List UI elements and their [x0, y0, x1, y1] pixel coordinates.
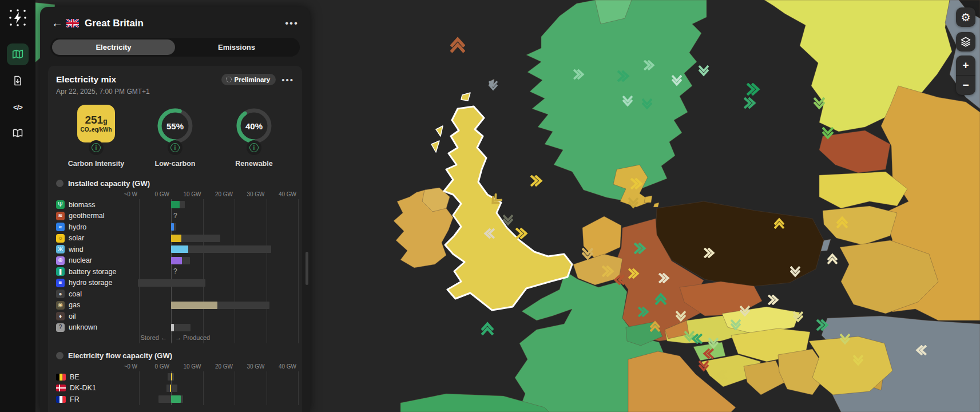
chart-axis: ~0 W0 GW10 GW20 GW30 GW40 GW	[56, 363, 294, 371]
book-icon	[12, 128, 23, 139]
layers-icon	[960, 36, 971, 47]
sidebar-item-map[interactable]	[7, 43, 29, 65]
info-icon[interactable]: i	[89, 140, 104, 155]
wind-icon: Ж	[56, 245, 65, 253]
installed-capacity-toggle[interactable]	[56, 180, 64, 187]
capacity-row-unknown[interactable]: ? unknown	[56, 322, 294, 334]
gas-icon: ◉	[56, 301, 65, 310]
back-button[interactable]: ←	[51, 17, 66, 30]
zone-menu-button[interactable]: •••	[284, 18, 300, 29]
capacity-row-geothermal[interactable]: ≋ geothermal?	[56, 211, 294, 222]
sidebar-item-docs[interactable]	[7, 122, 29, 144]
zone-title: Great Britain	[85, 18, 284, 29]
app-sidebar: </>	[0, 0, 35, 412]
sidebar-item-datasets[interactable]	[7, 70, 29, 92]
installed-capacity-section: Installed capacity (GW)	[56, 179, 294, 188]
map-zoom-control: + −	[956, 56, 975, 95]
tab-electricity[interactable]: Electricity	[52, 39, 175, 55]
uk-flag-icon	[66, 19, 79, 27]
gear-icon: ⚙	[961, 11, 970, 24]
BE-flag-icon	[56, 374, 66, 381]
flow-row-BE[interactable]: BE	[56, 371, 294, 383]
electricity-maps-logo[interactable]	[7, 7, 29, 29]
hydro-storage-icon: ≡	[56, 279, 65, 287]
flow-capacity-section: Electricity flow capacity (GW)	[56, 351, 294, 360]
capacity-row-hydro[interactable]: ≈ hydro	[56, 221, 294, 233]
unknown-icon: ?	[56, 323, 65, 332]
info-icon[interactable]: i	[168, 140, 182, 155]
zoom-in-button[interactable]: +	[956, 56, 975, 75]
capacity-row-wind[interactable]: Ж wind	[56, 244, 294, 255]
metric-label: Renewable	[235, 160, 272, 168]
production-bar	[171, 257, 182, 264]
flow-range-bar	[166, 385, 177, 392]
flow-row-DK-DK1[interactable]: DK-DK1	[56, 383, 294, 394]
map-layers-button[interactable]	[956, 32, 975, 52]
capacity-row-solar[interactable]: ☼ solar	[56, 233, 294, 244]
FR-flag-icon	[56, 396, 66, 403]
production-bar	[171, 223, 174, 231]
production-bar	[171, 201, 180, 208]
production-bar	[171, 302, 217, 309]
fuel-label: unknown	[69, 323, 97, 331]
zone-label: FR	[70, 395, 80, 403]
metric-carbon-intensity: 251g CO₂eq/kWh i Carbon Intensity	[61, 105, 132, 168]
panel-header: ← Great Britain •••	[40, 7, 310, 30]
capacity-row-battery-storage[interactable]: ❚ battery storage?	[56, 266, 294, 278]
fuel-label: coal	[69, 290, 82, 298]
installed-capacity-title: Installed capacity (GW)	[68, 179, 150, 188]
solar-icon: ☼	[56, 234, 65, 243]
production-bar	[171, 235, 181, 242]
fuel-label: hydro storage	[69, 279, 112, 287]
chart-axis: ~0 W0 GW10 GW20 GW30 GW40 GW	[56, 191, 294, 199]
no-data-question-mark: ?	[173, 212, 177, 220]
stored-produced-legend: Stored ← → Produced	[56, 334, 294, 343]
preliminary-badge-label: Preliminary	[235, 76, 271, 83]
capacity-row-oil[interactable]: ♦ oil	[56, 311, 294, 322]
card-menu-button[interactable]: •••	[281, 75, 294, 85]
capacity-bar	[171, 324, 191, 331]
fuel-label: solar	[69, 234, 84, 242]
metric-low-carbon: 55% i Low-carbon	[140, 105, 211, 168]
zone-details-panel: ← Great Britain ••• Electricity Emission…	[40, 7, 310, 412]
fuel-label: battery storage	[69, 268, 116, 276]
flow-value-bar	[171, 395, 181, 403]
map-settings-button[interactable]: ⚙	[956, 7, 975, 27]
metrics-row: 251g CO₂eq/kWh i Carbon Intensity 55% i …	[56, 105, 294, 168]
fuel-label: wind	[69, 245, 84, 253]
capacity-row-nuclear[interactable]: ⊛ nuclear	[56, 255, 294, 267]
fuel-label: oil	[69, 312, 76, 320]
fuel-label: geothermal	[69, 212, 105, 220]
production-bar	[171, 324, 174, 331]
capacity-row-coal[interactable]: ● coal	[56, 288, 294, 300]
metric-label: Carbon Intensity	[68, 160, 125, 168]
zone-label: DK-DK1	[70, 384, 96, 392]
info-icon[interactable]: i	[247, 140, 261, 155]
flow-row-FR[interactable]: FR	[56, 394, 294, 405]
sidebar-item-api[interactable]: </>	[7, 96, 29, 118]
electricity-maps-app: </> ⚙ + − ←	[0, 0, 980, 412]
DK-DK1-flag-icon	[56, 385, 66, 391]
capacity-row-biomass[interactable]: Ψ biomass	[56, 199, 294, 211]
battery-storage-icon: ❚	[56, 267, 65, 276]
capacity-row-gas[interactable]: ◉ gas	[56, 300, 294, 311]
zone-label: BE	[70, 373, 80, 381]
panel-tabs: Electricity Emissions	[50, 38, 300, 57]
capacity-row-hydro-storage[interactable]: ≡ hydro storage	[56, 278, 294, 289]
flow-capacity-toggle[interactable]	[56, 352, 64, 359]
panel-scrollbar[interactable]	[305, 252, 308, 285]
no-data-question-mark: ?	[173, 267, 177, 275]
tab-emissions[interactable]: Emissions	[175, 39, 298, 55]
coal-icon: ●	[56, 290, 65, 298]
code-icon: </>	[13, 103, 22, 112]
dotted-circle-icon	[226, 77, 232, 82]
flow-capacity-title: Electricity flow capacity (GW)	[68, 351, 172, 360]
biomass-icon: Ψ	[56, 200, 65, 209]
installed-capacity-chart: ~0 W0 GW10 GW20 GW30 GW40 GWΨ biomass≋ g…	[56, 191, 294, 343]
timestamp: Apr 22, 2025, 7:00 PM GMT+1	[56, 88, 294, 96]
hydro-icon: ≈	[56, 223, 65, 231]
metric-label: Low-carbon	[155, 160, 196, 168]
zoom-out-button[interactable]: −	[956, 76, 975, 95]
electricity-mix-card: Electricity mix Preliminary ••• Apr 22, …	[48, 66, 302, 412]
preliminary-badge: Preliminary	[221, 74, 276, 85]
